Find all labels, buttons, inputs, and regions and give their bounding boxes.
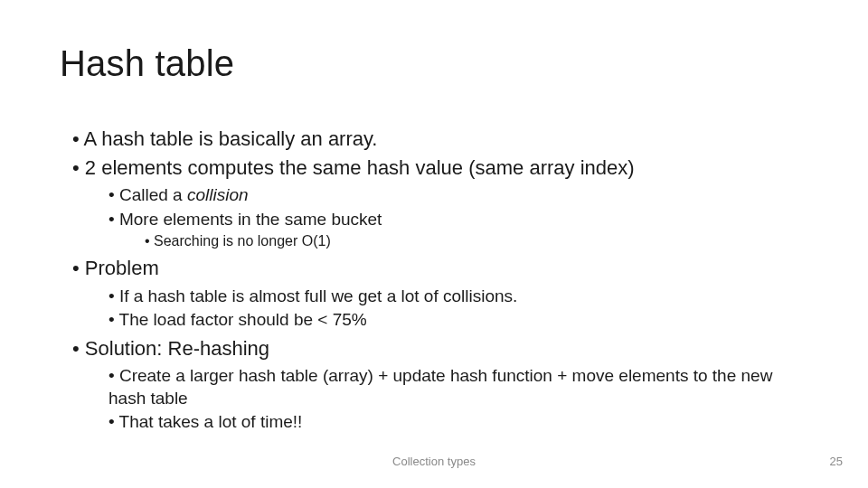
bullet-lvl3: Searching is no longer O(1) [145,232,814,250]
bullet-lvl1: Solution: Re-hashing [72,336,814,361]
bullet-lvl1: A hash table is basically an array. [72,127,814,152]
bullet-lvl2: Create a larger hash table (array) + upd… [108,365,814,409]
bullet-lvl2: If a hash table is almost full we get a … [108,286,814,307]
bullet-lvl2: More elements in the same bucket [108,209,814,230]
footer-center: Collection types [0,455,868,468]
slide-number: 25 [830,455,843,468]
slide-title: Hash table [60,43,234,84]
text-italic: collision [187,185,249,204]
slide-body: A hash table is basically an array. 2 el… [72,127,814,435]
bullet-glyph: • [108,185,119,204]
bullet-lvl1: Problem [72,256,814,281]
bullet-lvl2: That takes a lot of time!! [108,411,814,433]
text: Called a [119,185,187,204]
bullet-lvl2: • Called a collision [108,184,814,206]
slide: Hash table A hash table is basically an … [0,0,868,488]
bullet-lvl2: The load factor should be < 75% [108,309,814,331]
bullet-lvl1: 2 elements computes the same hash value … [72,155,814,181]
